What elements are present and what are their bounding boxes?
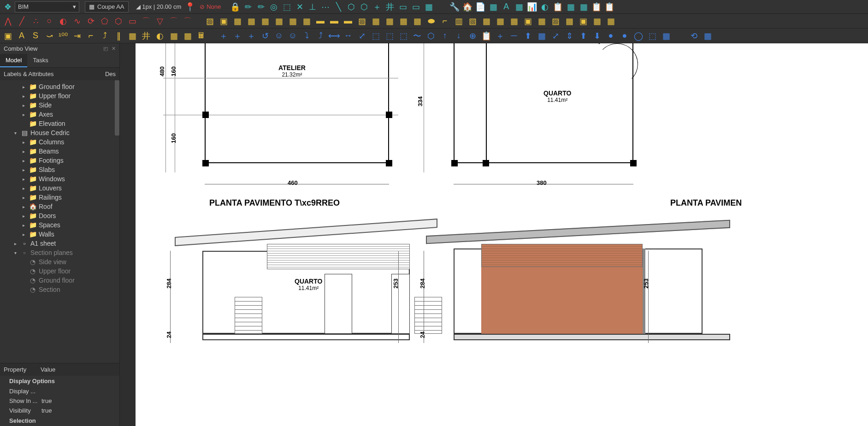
- toolbar-icon[interactable]: ⌐: [439, 15, 451, 27]
- tree-item[interactable]: ▸📁Spaces: [0, 220, 119, 230]
- toolbar-icon[interactable]: ☺: [273, 30, 285, 42]
- expand-icon[interactable]: ▾: [12, 130, 18, 136]
- tree-item[interactable]: ▸▫A1 sheet: [0, 239, 119, 248]
- expand-icon[interactable]: ▸: [20, 158, 27, 163]
- toolbar-icon[interactable]: 📋: [603, 1, 615, 13]
- toolbar-icon[interactable]: ▦: [411, 15, 423, 27]
- tree-item[interactable]: ▸📁Doors: [0, 211, 119, 220]
- toolbar-icon[interactable]: 📋: [552, 1, 564, 13]
- toolbar-icon[interactable]: ＋: [231, 30, 243, 42]
- toolbar-icon[interactable]: ⬚: [370, 30, 382, 42]
- toolbar-icon[interactable]: ✏: [255, 1, 267, 13]
- expand-icon[interactable]: ▸: [20, 94, 27, 99]
- toolbar-icon[interactable]: ▦: [494, 15, 506, 27]
- pin-icon[interactable]: 📍: [184, 1, 196, 13]
- expand-icon[interactable]: ▸: [12, 241, 18, 246]
- toolbar-icon[interactable]: ＋: [245, 30, 257, 42]
- toolbar-icon[interactable]: ⬡: [358, 1, 370, 13]
- toolbar-icon[interactable]: ⟳: [85, 15, 97, 27]
- toolbar-icon[interactable]: ▦: [168, 30, 180, 42]
- toolbar-icon[interactable]: ⬠: [99, 15, 111, 27]
- toolbar-icon[interactable]: ─: [508, 30, 520, 42]
- toolbar-icon[interactable]: ⤻: [43, 30, 55, 42]
- working-plane-button[interactable]: ▦ Coupe AA: [85, 1, 129, 12]
- toolbar-icon[interactable]: ◐: [539, 1, 551, 13]
- model-tree[interactable]: ▸📁Ground floor▸📁Upper floor▸📁Side▸📁Axes📁…: [0, 80, 119, 363]
- toolbar-icon[interactable]: ✕: [294, 1, 306, 13]
- toolbar-icon[interactable]: ⇕: [563, 30, 575, 42]
- tree-item[interactable]: ▸📁Louvers: [0, 183, 119, 193]
- toolbar-icon[interactable]: 🏠: [461, 1, 473, 13]
- toolbar-icon[interactable]: ▣: [522, 15, 534, 27]
- tree-item[interactable]: ▸📁Columns: [0, 137, 119, 147]
- toolbar-icon[interactable]: ⬡: [345, 1, 357, 13]
- toolbar-icon[interactable]: ▦: [536, 30, 548, 42]
- toolbar-icon[interactable]: ▦: [384, 15, 396, 27]
- toolbar-icon[interactable]: ▽: [154, 15, 166, 27]
- toolbar-icon[interactable]: ⋀: [2, 15, 14, 27]
- toolbar-icon[interactable]: ⬡: [112, 15, 124, 27]
- toolbar-icon[interactable]: ↺: [259, 30, 271, 42]
- toolbar-icon[interactable]: ▨: [356, 15, 368, 27]
- toolbar-icon[interactable]: 📄: [474, 1, 486, 13]
- toolbar-icon[interactable]: ▦: [591, 15, 603, 27]
- toolbar-icon[interactable]: ⬚: [281, 1, 293, 13]
- toolbar-icon[interactable]: ＋: [371, 1, 383, 13]
- toolbar-icon[interactable]: ▦: [480, 15, 492, 27]
- toolbar-icon[interactable]: ▦: [660, 30, 672, 42]
- expand-icon[interactable]: ▸: [20, 167, 27, 172]
- toolbar-icon[interactable]: ⬡: [425, 30, 437, 42]
- toolbar-icon[interactable]: ▦: [513, 1, 525, 13]
- toolbar-icon[interactable]: 📊: [526, 1, 538, 13]
- toolbar-icon[interactable]: ☺: [287, 30, 299, 42]
- tree-item[interactable]: ◔Upper floor: [0, 266, 119, 276]
- toolbar-icon[interactable]: ⊥: [307, 1, 319, 13]
- toolbar-icon[interactable]: ▦: [397, 15, 409, 27]
- tree-item[interactable]: ◔Section: [0, 285, 119, 294]
- toolbar-icon[interactable]: ⬆: [577, 30, 589, 42]
- toolbar-icon[interactable]: ⇥: [71, 30, 83, 42]
- toolbar-icon[interactable]: ●: [605, 30, 617, 42]
- toolbar-icon[interactable]: ✏: [242, 1, 254, 13]
- tree-scrollbar[interactable]: [115, 80, 119, 136]
- toolbar-icon[interactable]: ⬬: [425, 15, 437, 27]
- expand-icon[interactable]: ▸: [20, 195, 27, 200]
- expand-icon[interactable]: ▸: [20, 204, 27, 209]
- tree-item[interactable]: ▸📁Windows: [0, 174, 119, 183]
- toolbar-icon[interactable]: 🔒: [229, 1, 241, 13]
- tree-item[interactable]: ▸📁Axes: [0, 110, 119, 119]
- toolbar-icon[interactable]: ▣: [218, 15, 230, 27]
- tree-item[interactable]: ▸📁Railings: [0, 193, 119, 202]
- tree-item[interactable]: ▸📁Ground floor: [0, 82, 119, 91]
- toolbar-icon[interactable]: A: [500, 1, 512, 13]
- tree-item[interactable]: ◔Side view: [0, 257, 119, 266]
- toolbar-icon[interactable]: ▦: [565, 1, 577, 13]
- tree-item[interactable]: ▸📁Footings: [0, 156, 119, 165]
- toolbar-icon[interactable]: ╱: [16, 15, 28, 27]
- expand-icon[interactable]: ▾: [12, 250, 18, 255]
- toolbar-icon[interactable]: ⌐: [85, 30, 97, 42]
- toolbar-icon[interactable]: ▣: [2, 30, 14, 42]
- toolbar-icon[interactable]: ⬚: [646, 30, 658, 42]
- toolbar-icon[interactable]: 🖩: [195, 30, 207, 42]
- toolbar-icon[interactable]: ¹⁰⁰: [57, 30, 69, 42]
- toolbar-icon[interactable]: ⤴: [314, 30, 326, 42]
- 3d-view-canvas[interactable]: ATELIER 21.32m² 480 160 160 460 QUARTO 1…: [136, 43, 868, 426]
- toolbar-icon[interactable]: ▬: [314, 15, 326, 27]
- toolbar-icon[interactable]: [436, 1, 448, 13]
- toolbar-icon[interactable]: ▦: [702, 30, 714, 42]
- snap-none[interactable]: ⊘ None: [197, 3, 224, 10]
- property-row[interactable]: Show In ...true: [0, 396, 119, 406]
- property-row[interactable]: Visibilitytrue: [0, 406, 119, 415]
- toolbar-icon[interactable]: ▧: [466, 15, 478, 27]
- toolbar-icon[interactable]: ▦: [273, 15, 285, 27]
- toolbar-icon[interactable]: ▦: [259, 15, 271, 27]
- toolbar-icon[interactable]: ⟲: [688, 30, 700, 42]
- float-icon[interactable]: ◰: [103, 46, 108, 52]
- toolbar-icon[interactable]: ⤵: [301, 30, 313, 42]
- toolbar-icon[interactable]: 井: [140, 30, 152, 42]
- toolbar-icon[interactable]: ╲: [332, 1, 344, 13]
- toolbar-icon[interactable]: ▦: [508, 15, 520, 27]
- toolbar-icon[interactable]: ▬: [328, 15, 340, 27]
- toolbar-icon[interactable]: ↑: [439, 30, 451, 42]
